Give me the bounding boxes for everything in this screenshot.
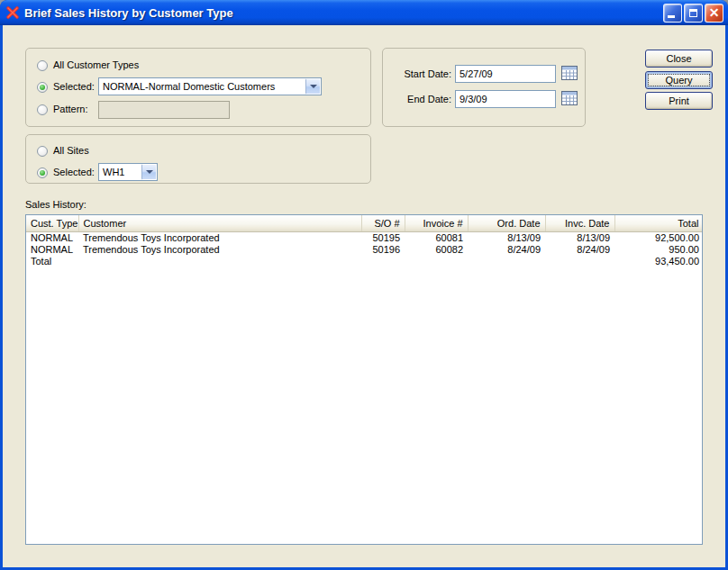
app-icon [5, 5, 20, 20]
table-cell: Tremendous Toys Incorporated [78, 244, 361, 256]
pattern-input[interactable] [98, 101, 230, 119]
table-cell: 8/13/09 [468, 231, 545, 244]
table-cell: 93,450.00 [614, 256, 703, 267]
all-sites-radio[interactable] [37, 146, 48, 157]
column-header-ord-date[interactable]: Ord. Date [468, 215, 545, 231]
sales-table-body: NORMALTremendous Toys Incorporated501956… [26, 231, 703, 267]
minimize-button[interactable] [663, 4, 682, 23]
table-cell: 8/24/09 [545, 244, 614, 256]
table-cell: 8/24/09 [468, 244, 545, 256]
chevron-down-icon[interactable] [305, 78, 321, 95]
selected-customer-radio[interactable] [37, 82, 48, 93]
table-cell: NORMAL [26, 244, 78, 256]
table-cell: 60081 [405, 231, 468, 244]
table-row[interactable]: NORMALTremendous Toys Incorporated501966… [26, 244, 703, 256]
selected-customer-label: Selected: [53, 81, 95, 92]
chevron-down-icon[interactable] [141, 164, 157, 180]
maximize-icon [689, 9, 697, 17]
column-header-so-number[interactable]: S/O # [361, 215, 405, 231]
column-header-invc-date[interactable]: Invc. Date [545, 215, 614, 231]
table-cell [78, 256, 361, 267]
table-header-row: Cust. Type Customer S/O # Invoice # Ord.… [26, 215, 703, 231]
table-cell [545, 256, 614, 267]
start-date-input[interactable] [455, 65, 556, 83]
column-header-invoice-number[interactable]: Invoice # [405, 215, 468, 231]
window-controls: ✕ [663, 4, 723, 23]
minimize-icon [668, 15, 675, 18]
table-cell: 50195 [361, 231, 405, 244]
print-button[interactable]: Print [645, 92, 713, 110]
site-combobox[interactable]: WH1 [98, 163, 158, 181]
column-header-total[interactable]: Total [614, 215, 703, 231]
window-title: Brief Sales History by Customer Type [24, 6, 233, 20]
date-range-group: Start Date: End Date: [382, 48, 586, 127]
start-date-label: Start Date: [392, 68, 451, 79]
query-button[interactable]: Query [645, 71, 713, 89]
table-cell: Tremendous Toys Incorporated [78, 231, 361, 244]
end-date-label: End Date: [392, 94, 451, 104]
table-cell: 60082 [405, 244, 468, 256]
dialog-body: All Customer Types Selected: NORMAL-Norm… [3, 25, 725, 567]
all-customer-types-radio[interactable] [37, 60, 48, 71]
end-date-input[interactable] [455, 90, 556, 108]
all-sites-label: All Sites [53, 145, 89, 156]
table-row[interactable]: NORMALTremendous Toys Incorporated501956… [26, 231, 703, 244]
table-cell: 8/13/09 [545, 231, 614, 244]
table-cell [405, 256, 468, 267]
end-date-calendar-icon[interactable] [560, 91, 578, 106]
table-cell: NORMAL [26, 231, 78, 244]
sales-table: Cust. Type Customer S/O # Invoice # Ord.… [26, 215, 703, 267]
table-row[interactable]: Total93,450.00 [26, 256, 703, 267]
close-window-button[interactable]: ✕ [705, 4, 723, 23]
customer-type-combobox-value: NORMAL-Normal Domestic Customers [99, 81, 305, 92]
column-header-cust-type[interactable]: Cust. Type [26, 215, 78, 231]
table-cell: 50196 [361, 244, 405, 256]
table-cell [361, 256, 405, 267]
selected-site-label: Selected: [53, 167, 95, 177]
table-cell: 92,500.00 [614, 231, 703, 244]
customer-type-combobox[interactable]: NORMAL-Normal Domestic Customers [98, 77, 322, 95]
start-date-calendar-icon[interactable] [560, 66, 578, 81]
dialog-window: Brief Sales History by Customer Type ✕ A… [0, 0, 728, 570]
sales-history-label: Sales History: [25, 199, 86, 210]
site-combobox-value: WH1 [99, 167, 141, 177]
table-cell: Total [26, 256, 78, 267]
column-header-customer[interactable]: Customer [78, 215, 361, 231]
all-customer-types-label: All Customer Types [53, 59, 139, 70]
close-button[interactable]: Close [645, 50, 713, 68]
selected-site-radio[interactable] [37, 167, 48, 178]
table-cell: 950.00 [614, 244, 703, 256]
sales-history-list[interactable]: Cust. Type Customer S/O # Invoice # Ord.… [25, 214, 703, 545]
sites-group: All Sites Selected: WH1 [25, 134, 371, 184]
close-icon: ✕ [705, 5, 723, 22]
table-cell [468, 256, 545, 267]
maximize-button[interactable] [684, 4, 703, 23]
customer-type-group: All Customer Types Selected: NORMAL-Norm… [25, 48, 371, 127]
title-bar[interactable]: Brief Sales History by Customer Type ✕ [0, 0, 728, 25]
pattern-radio[interactable] [37, 104, 48, 115]
pattern-label: Pattern: [53, 104, 88, 114]
